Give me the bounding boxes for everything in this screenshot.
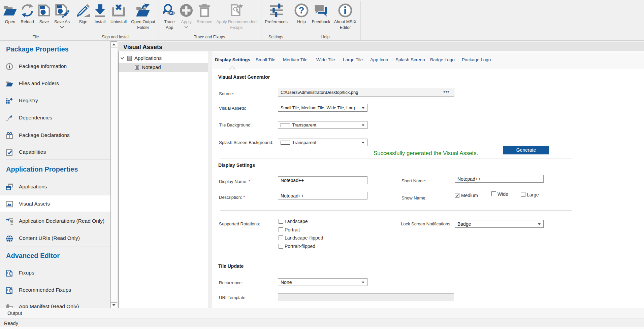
svg-text:?: ? (299, 5, 304, 15)
